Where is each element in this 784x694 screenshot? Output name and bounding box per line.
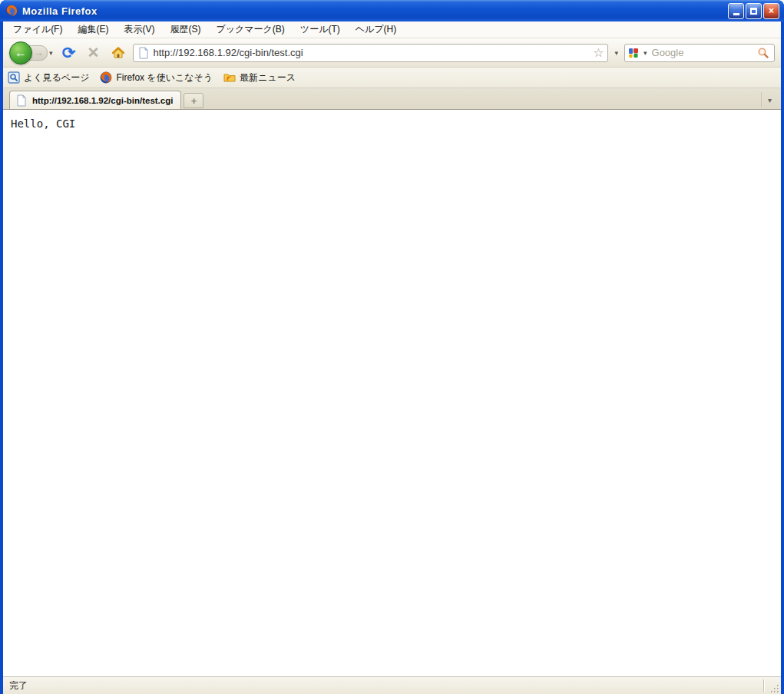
menu-tools[interactable]: ツール(T) <box>293 21 347 38</box>
back-button[interactable]: ← <box>9 41 32 64</box>
plus-icon: + <box>191 95 197 107</box>
menu-bookmarks[interactable]: ブックマーク(B) <box>209 21 291 38</box>
back-arrow-icon: ← <box>15 46 27 60</box>
firefox-window: Mozilla Firefox × ファイル(F) 編集(E) 表示(V) 履歴… <box>0 0 784 694</box>
window-controls: × <box>728 3 779 19</box>
home-button[interactable] <box>108 43 128 63</box>
close-icon: × <box>769 5 774 16</box>
menu-file[interactable]: ファイル(F) <box>6 21 69 38</box>
back-forward-group: ← → ▾ <box>9 41 55 64</box>
reload-icon: ⟳ <box>62 44 76 62</box>
new-tab-button[interactable]: + <box>184 93 203 108</box>
status-separator <box>763 679 765 692</box>
url-bar[interactable]: http://192.168.1.92/cgi-bin/test.cgi ☆ <box>133 44 609 62</box>
menu-bar: ファイル(F) 編集(E) 表示(V) 履歴(S) ブックマーク(B) ツール(… <box>3 21 781 38</box>
tab-page-icon <box>15 94 28 107</box>
bookmark-label: よく見るページ <box>24 71 89 84</box>
status-text: 完了 <box>9 679 763 692</box>
url-input[interactable]: http://192.168.1.92/cgi-bin/test.cgi <box>154 47 590 58</box>
stop-button[interactable]: ✕ <box>84 43 104 63</box>
title-bar[interactable]: Mozilla Firefox × <box>0 0 784 21</box>
history-dropdown-button[interactable]: ▾ <box>48 49 55 57</box>
active-tab[interactable]: http://192.168.1.92/cgi-bin/test.cgi <box>9 91 181 109</box>
bookmark-latest-news[interactable]: 最新ニュース <box>223 71 296 84</box>
home-icon <box>112 47 124 59</box>
live-bookmark-icon <box>223 71 236 84</box>
page-icon <box>137 47 150 59</box>
maximize-button[interactable] <box>746 3 762 19</box>
bookmarks-toolbar: よく見るページ Firefox を使いこなそう <box>3 68 781 88</box>
minimize-icon <box>733 13 739 15</box>
search-input[interactable]: Google <box>652 47 754 58</box>
chevron-down-icon: ▾ <box>768 96 772 104</box>
tab-title: http://192.168.1.92/cgi-bin/test.cgi <box>32 96 173 105</box>
minimize-button[interactable] <box>728 3 744 19</box>
close-button[interactable]: × <box>763 3 779 19</box>
resize-grip-icon[interactable] <box>768 682 780 694</box>
search-bar[interactable]: ▾ Google <box>624 44 775 62</box>
stop-icon: ✕ <box>88 44 100 61</box>
maximize-icon <box>750 8 757 15</box>
menu-history[interactable]: 履歴(S) <box>163 21 207 38</box>
tab-bar: http://192.168.1.92/cgi-bin/test.cgi + ▾ <box>3 88 781 109</box>
page-body-text: Hello, CGI <box>3 110 781 130</box>
firefox-icon <box>100 71 112 84</box>
bookmark-most-visited[interactable]: よく見るページ <box>8 71 89 84</box>
bookmark-label: Firefox を使いこなそう <box>116 71 213 84</box>
reload-button[interactable]: ⟳ <box>59 43 79 63</box>
browser-content: Hello, CGI <box>3 109 781 676</box>
firefox-logo-icon <box>5 5 18 17</box>
smart-folder-icon <box>8 71 20 84</box>
status-bar: 完了 <box>3 676 781 694</box>
navigation-toolbar: ← → ▾ ⟳ ✕ <box>3 38 781 68</box>
bookmark-star-icon[interactable]: ☆ <box>593 47 604 59</box>
menu-help[interactable]: ヘルプ(H) <box>349 21 404 38</box>
google-engine-icon <box>628 48 639 58</box>
list-all-tabs-button[interactable]: ▾ <box>761 92 778 107</box>
url-dropdown-button[interactable]: ▾ <box>613 49 620 57</box>
search-magnifier-icon[interactable] <box>757 47 769 59</box>
forward-arrow-icon: → <box>34 47 44 58</box>
menu-edit[interactable]: 編集(E) <box>71 21 115 38</box>
window-title: Mozilla Firefox <box>22 5 728 17</box>
bookmark-label: 最新ニュース <box>240 71 296 84</box>
bookmark-firefox-help[interactable]: Firefox を使いこなそう <box>100 71 213 84</box>
search-engine-dropdown[interactable]: ▾ <box>642 49 649 57</box>
menu-view[interactable]: 表示(V) <box>117 21 161 38</box>
